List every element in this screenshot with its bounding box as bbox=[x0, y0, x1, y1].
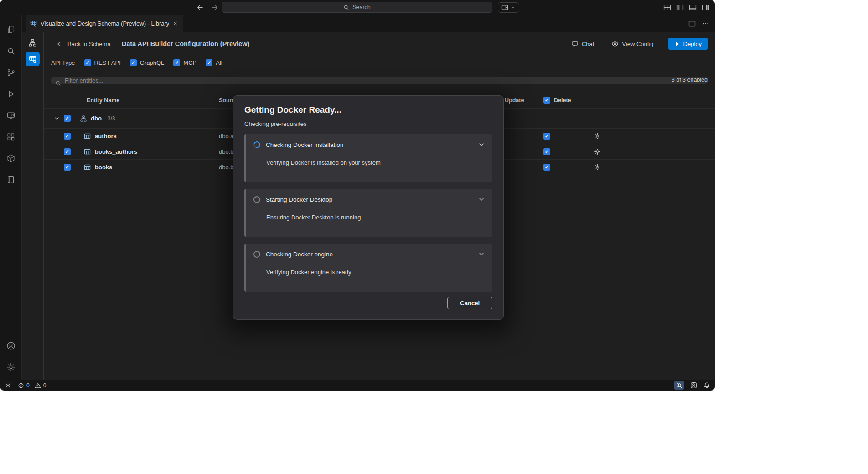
screenshot-canvas: Search bbox=[0, 0, 868, 474]
run-debug-icon[interactable] bbox=[0, 83, 21, 104]
filter-search-icon bbox=[55, 80, 61, 86]
files-icon[interactable] bbox=[0, 19, 21, 40]
problems-indicator[interactable]: 0 0 bbox=[18, 382, 46, 389]
close-icon[interactable] bbox=[172, 21, 178, 26]
status-bar: 0 0 bbox=[0, 380, 715, 391]
row-checkbox[interactable] bbox=[64, 164, 71, 171]
schema-nodes-icon bbox=[80, 115, 87, 122]
layout-control-button[interactable] bbox=[498, 2, 519, 13]
remote-indicator[interactable] bbox=[5, 382, 11, 389]
nav-back-icon[interactable] bbox=[196, 4, 204, 11]
editor-layout-icon[interactable] bbox=[663, 4, 671, 11]
cancel-button[interactable]: Cancel bbox=[447, 297, 492, 309]
spinner-icon bbox=[252, 140, 261, 149]
delete-checkbox[interactable] bbox=[543, 148, 550, 155]
history-navigation bbox=[196, 0, 219, 15]
warning-count: 0 bbox=[43, 382, 46, 389]
table-grid-icon bbox=[84, 133, 91, 140]
group-checkbox[interactable] bbox=[64, 115, 71, 122]
entity-filter-row: 3 of 3 enabled bbox=[51, 74, 708, 87]
step-header[interactable]: Starting Docker Desktop bbox=[253, 196, 485, 203]
pending-circle-icon bbox=[253, 251, 260, 258]
tab-actions bbox=[688, 15, 709, 32]
back-to-schema-link[interactable]: Back to Schema bbox=[57, 41, 111, 47]
row-settings-gear-icon[interactable] bbox=[588, 133, 606, 140]
chat-icon bbox=[571, 40, 579, 47]
entity-name: books bbox=[95, 164, 112, 171]
deploy-button[interactable]: Deploy bbox=[668, 38, 708, 50]
graphql-checkbox[interactable] bbox=[130, 59, 137, 66]
table-grid-icon bbox=[84, 148, 91, 155]
search-sidebar-icon[interactable] bbox=[0, 40, 21, 62]
delete-checkbox[interactable] bbox=[543, 133, 550, 140]
extensions-icon[interactable] bbox=[0, 126, 21, 147]
filter-option-all[interactable]: All bbox=[206, 59, 222, 66]
source-control-icon[interactable] bbox=[0, 62, 21, 83]
step-title: Checking Docker engine bbox=[266, 251, 472, 258]
entity-filter-input[interactable] bbox=[51, 74, 708, 87]
dialog-subtitle: Checking pre-requisites bbox=[244, 120, 492, 127]
remote-explorer-icon[interactable] bbox=[0, 104, 21, 126]
deploy-label: Deploy bbox=[683, 41, 702, 47]
row-settings-gear-icon[interactable] bbox=[588, 164, 606, 171]
tab-title: Visualize and Design Schema (Preview) - … bbox=[41, 20, 169, 27]
expand-chevron-icon[interactable] bbox=[49, 115, 64, 122]
search-box[interactable]: Search bbox=[222, 2, 492, 13]
settings-gear-icon[interactable] bbox=[0, 356, 21, 378]
extension-toolbar bbox=[22, 32, 44, 380]
rest-api-checkbox[interactable] bbox=[84, 59, 91, 66]
tab-visualize-schema[interactable]: Visualize and Design Schema (Preview) - … bbox=[26, 15, 183, 32]
remote-icon bbox=[5, 382, 11, 389]
mcp-checkbox[interactable] bbox=[173, 59, 180, 66]
database-projects-icon[interactable] bbox=[0, 169, 21, 190]
page-title: Data API Builder Configuration (Preview) bbox=[122, 40, 250, 47]
step-docker-desktop: Starting Docker Desktop Ensuring Docker … bbox=[244, 189, 492, 237]
toggle-primary-sidebar-icon[interactable] bbox=[676, 4, 684, 11]
chevron-down-icon bbox=[511, 5, 516, 10]
dab-config-tool-button[interactable] bbox=[26, 52, 40, 66]
package-icon[interactable] bbox=[0, 147, 21, 169]
back-label: Back to Schema bbox=[67, 41, 111, 47]
zoom-icon bbox=[676, 382, 682, 389]
step-title: Starting Docker Desktop bbox=[266, 196, 472, 203]
enabled-summary: 3 of 3 enabled bbox=[672, 77, 708, 83]
row-checkbox[interactable] bbox=[64, 133, 71, 140]
column-delete: Delete bbox=[539, 97, 588, 104]
docker-ready-dialog: Getting Docker Ready... Checking pre-req… bbox=[233, 96, 503, 319]
delete-all-checkbox[interactable] bbox=[543, 97, 550, 104]
step-title: Checking Docker installation bbox=[266, 141, 472, 148]
filter-option-graphql[interactable]: GraphQL bbox=[130, 59, 164, 66]
group-count-badge: 3/3 bbox=[108, 115, 115, 122]
schema-designer-tool-button[interactable] bbox=[26, 36, 40, 50]
search-placeholder: Search bbox=[352, 4, 371, 10]
step-header[interactable]: Checking Docker installation bbox=[253, 141, 485, 148]
titlebar: Search bbox=[0, 0, 715, 15]
view-config-button[interactable]: View Config bbox=[609, 40, 656, 48]
notifications-bell[interactable] bbox=[703, 382, 710, 389]
search-icon bbox=[343, 5, 349, 10]
delete-checkbox[interactable] bbox=[543, 164, 550, 171]
chat-button[interactable]: Chat bbox=[568, 40, 597, 48]
split-editor-icon[interactable] bbox=[688, 20, 696, 27]
arrow-left-icon bbox=[57, 41, 63, 47]
all-checkbox[interactable] bbox=[206, 59, 212, 66]
step-description: Verifying Docker is installed on your sy… bbox=[266, 159, 485, 166]
zoom-indicator[interactable] bbox=[674, 381, 684, 390]
step-docker-engine: Checking Docker engine Verifying Docker … bbox=[244, 244, 492, 292]
dab-config-icon bbox=[29, 55, 36, 63]
filter-option-mcp[interactable]: MCP bbox=[173, 59, 196, 66]
row-settings-gear-icon[interactable] bbox=[588, 148, 606, 155]
toggle-secondary-sidebar-icon[interactable] bbox=[702, 4, 709, 11]
toggle-panel-icon[interactable] bbox=[689, 4, 697, 11]
filter-option-rest-api[interactable]: REST API bbox=[84, 59, 121, 66]
step-description: Ensuring Docker Desktop is running bbox=[266, 214, 485, 221]
step-docker-installation: Checking Docker installation Verifying D… bbox=[244, 134, 492, 182]
accessibility-indicator[interactable] bbox=[690, 382, 697, 389]
row-checkbox[interactable] bbox=[64, 148, 71, 155]
eye-icon bbox=[611, 40, 619, 47]
entity-name: authors bbox=[95, 133, 117, 140]
more-actions-icon[interactable] bbox=[702, 20, 709, 27]
account-icon[interactable] bbox=[0, 335, 21, 356]
nav-forward-icon[interactable] bbox=[211, 4, 219, 11]
step-header[interactable]: Checking Docker engine bbox=[253, 250, 485, 258]
